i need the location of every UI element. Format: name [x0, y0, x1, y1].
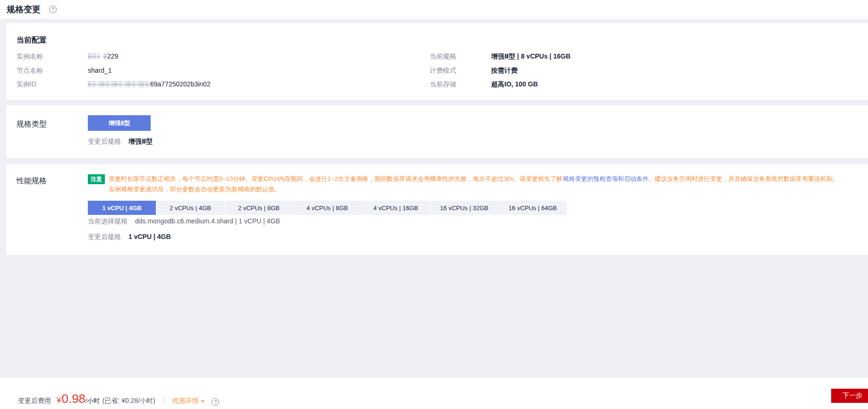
fee-label: 变更后费用 — [18, 397, 51, 405]
spec-type-after-change-row: 变更后规格 增强Ⅱ型 — [88, 137, 153, 146]
spec-option-2vcpus-8gb[interactable]: 2 vCPUs | 8GB — [225, 201, 293, 215]
spec-options-row: 1 vCPU | 4GB 2 vCPUs | 4GB 2 vCPUs | 8GB… — [88, 201, 567, 215]
section-title-spec-type: 规格类型 — [17, 119, 47, 129]
spec-option-16vcpus-64gb[interactable]: 16 vCPUs | 64GB — [499, 201, 567, 215]
divider: | — [163, 397, 165, 404]
spec-option-2vcpus-4gb[interactable]: 2 vCPUs | 4GB — [156, 201, 224, 215]
perf-after-change-row: 变更后规格 1 vCPU | 4GB — [88, 233, 171, 241]
instance-name-label: 实例名称 — [17, 52, 88, 61]
node-name-row: 节点名称 shard_1 — [17, 67, 112, 75]
performance-spec-card: 性能规格 注意 变更时长跟节点数正相关，每个节点约需5~10分钟。变更CPU/内… — [6, 164, 868, 255]
masked-text — [88, 53, 100, 60]
current-storage-value: 超高IO, 100 GB — [491, 80, 538, 89]
current-spec-label: 当前规格 — [430, 52, 491, 61]
current-spec-row: 当前规格 增强Ⅱ型 | 8 vCPUs | 16GB — [430, 52, 570, 61]
fee-unit: /小时 — [85, 397, 100, 405]
node-name-label: 节点名称 — [17, 67, 88, 75]
chevron-down-icon: ▼ — [200, 399, 205, 404]
masked-text — [88, 81, 150, 87]
current-storage-row: 当前存储 超高IO, 100 GB — [430, 80, 538, 89]
perf-after-change-label: 变更后规格 — [88, 233, 121, 241]
instance-id-value: 69a77250202b3in02 — [88, 80, 211, 88]
fee-help-icon[interactable]: ? — [212, 398, 219, 406]
help-icon[interactable]: ? — [49, 6, 57, 13]
node-name-value: shard_1 — [88, 67, 112, 74]
spec-option-4vcpus-16gb[interactable]: 4 vCPUs | 16GB — [362, 201, 430, 215]
discount-details-link[interactable]: 优惠详情 ▼ — [172, 397, 205, 405]
notice-text: 变更时长跟节点数正相关，每个节点约需5~10分钟。变更CPU/内存期间，会进行1… — [109, 174, 839, 195]
instance-name-row: 实例名称 229 — [17, 52, 118, 61]
footer-bar: 变更后费用 ¥ 0.98 /小时 (已省: ¥0.28/小时) | 优惠详情 ▼… — [0, 377, 868, 409]
current-selection-row: 当前选择规格 dds.mongodb.c6.medium.4.shard | 1… — [88, 217, 280, 226]
fee-savings: (已省: ¥0.28/小时) — [102, 397, 155, 405]
spec-type-card: 规格类型 增强Ⅱ型 变更后规格 增强Ⅱ型 — [6, 105, 868, 158]
notice-badge: 注意 — [88, 174, 105, 184]
instance-id-label: 实例ID — [17, 80, 88, 89]
spec-option-16vcpus-32gb[interactable]: 16 vCPUs | 32GB — [430, 201, 498, 215]
spec-type-button[interactable]: 增强Ⅱ型 — [88, 115, 151, 131]
page-title: 规格变更 — [7, 4, 41, 15]
section-title-performance-spec: 性能规格 — [17, 176, 47, 186]
fee-price: 0.98 — [61, 392, 85, 406]
current-selection-value: dds.mongodb.c6.medium.4.shard | 1 vCPU |… — [135, 217, 280, 225]
page-header: 规格变更 ? — [0, 0, 868, 19]
current-selection-label: 当前选择规格 — [88, 217, 128, 226]
precheck-conditions-link[interactable]: 规格变更的预检查项和启动条件 — [562, 175, 648, 182]
change-notice: 注意 变更时长跟节点数正相关，每个节点约需5~10分钟。变更CPU/内存期间，会… — [88, 174, 839, 195]
after-change-value: 增强Ⅱ型 — [128, 137, 153, 146]
after-change-label: 变更后规格 — [88, 137, 121, 146]
spec-option-4vcpus-8gb[interactable]: 4 vCPUs | 8GB — [293, 201, 361, 215]
perf-after-change-value: 1 vCPU | 4GB — [128, 233, 171, 240]
current-config-card: 当前配置 实例名称 229 节点名称 shard_1 实例ID 69a77250… — [6, 23, 868, 100]
section-title-current-config: 当前配置 — [17, 35, 47, 45]
next-step-button[interactable]: 下一步 — [831, 389, 868, 403]
billing-mode-value: 按需计费 — [491, 67, 518, 75]
notice-line-2: 实例规格变更成功后，部分参数会自动更新为新规格的默认值。 — [109, 184, 839, 195]
spec-option-1vcpu-4gb[interactable]: 1 vCPU | 4GB — [88, 201, 156, 215]
current-spec-value: 增强Ⅱ型 | 8 vCPUs | 16GB — [491, 52, 570, 61]
instance-id-row: 实例ID 69a77250202b3in02 — [17, 80, 211, 89]
billing-mode-label: 计费模式 — [430, 67, 491, 75]
notice-line-1: 变更时长跟节点数正相关，每个节点约需5~10分钟。变更CPU/内存期间，会进行1… — [109, 174, 839, 184]
masked-text — [103, 53, 107, 60]
fee-currency: ¥ — [57, 396, 61, 405]
billing-mode-row: 计费模式 按需计费 — [430, 67, 518, 75]
current-storage-label: 当前存储 — [430, 80, 491, 89]
instance-name-value: 229 — [88, 52, 118, 60]
fee-summary: 变更后费用 ¥ 0.98 /小时 (已省: ¥0.28/小时) | 优惠详情 ▼… — [18, 377, 219, 409]
